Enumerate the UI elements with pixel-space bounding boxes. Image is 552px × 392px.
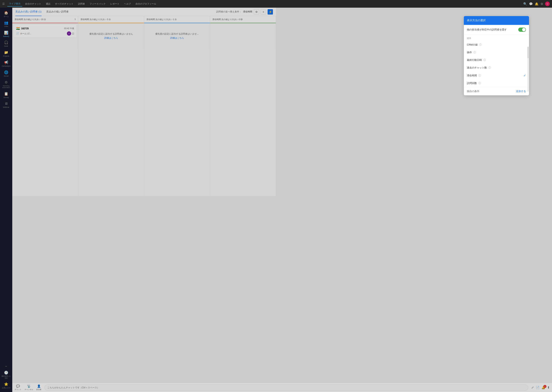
- overlay[interactable]: [0, 0, 276, 196]
